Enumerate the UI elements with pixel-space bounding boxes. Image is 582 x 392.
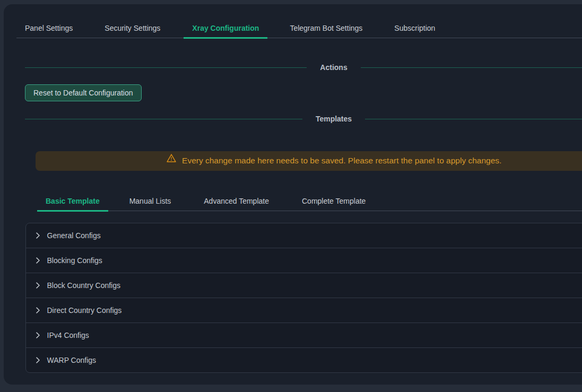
tab-telegram-bot-settings[interactable]: Telegram Bot Settings <box>281 17 371 38</box>
chevron-right-icon <box>36 232 40 239</box>
templates-divider: Templates <box>25 113 582 125</box>
collapse-item-blocking-configs: Blocking Configs <box>26 248 582 273</box>
restart-warning-text: Every change made here needs to be saved… <box>182 156 501 165</box>
chevron-right-icon <box>36 257 40 264</box>
reset-to-default-button[interactable]: Reset to Default Configuration <box>25 84 142 101</box>
collapse-header-blocking-configs[interactable]: Blocking Configs <box>26 248 582 273</box>
collapse-item-block-country-configs: Block Country Configs <box>26 273 582 298</box>
template-tab-advanced-template[interactable]: Advanced Template <box>195 190 277 211</box>
template-tab-complete-template[interactable]: Complete Template <box>293 190 374 211</box>
collapse-header-direct-country-configs[interactable]: Direct Country Configs <box>26 298 582 323</box>
collapse-label: General Configs <box>47 231 101 240</box>
actions-divider-label: Actions <box>307 63 360 72</box>
restart-warning-alert: Every change made here needs to be saved… <box>36 151 582 171</box>
tab-panel-settings[interactable]: Panel Settings <box>16 17 81 38</box>
collapse-item-general-configs: General Configs <box>26 223 582 248</box>
collapse-label: Blocking Configs <box>47 256 102 265</box>
chevron-right-icon <box>36 357 40 363</box>
tab-security-settings[interactable]: Security Settings <box>96 17 169 38</box>
collapse-header-ipv4-configs[interactable]: IPv4 Configs <box>26 323 582 347</box>
collapse-item-direct-country-configs: Direct Country Configs <box>26 298 582 323</box>
settings-tabs: Panel SettingsSecurity SettingsXray Conf… <box>16 17 582 38</box>
template-tabs: Basic TemplateManual ListsAdvanced Templ… <box>37 190 582 211</box>
template-tab-basic-template[interactable]: Basic Template <box>37 190 108 211</box>
collapse-label: Block Country Configs <box>47 281 121 290</box>
collapse-label: Direct Country Configs <box>47 306 122 315</box>
tab-xray-configuration[interactable]: Xray Configuration <box>184 17 267 38</box>
chevron-right-icon <box>36 332 40 338</box>
collapse-header-block-country-configs[interactable]: Block Country Configs <box>26 273 582 298</box>
collapse-item-ipv4-configs: IPv4 Configs <box>26 323 582 348</box>
tab-subscription[interactable]: Subscription <box>386 17 444 38</box>
templates-divider-label: Templates <box>302 115 365 123</box>
warning-triangle-icon <box>166 153 177 163</box>
settings-card: Panel SettingsSecurity SettingsXray Conf… <box>4 4 582 385</box>
template-tab-manual-lists[interactable]: Manual Lists <box>121 190 180 211</box>
chevron-right-icon <box>36 307 40 313</box>
actions-divider: Actions <box>25 62 582 73</box>
xray-configuration-pane: Actions Reset to Default Configuration T… <box>16 62 582 373</box>
collapse-header-general-configs[interactable]: General Configs <box>26 223 582 248</box>
collapse-label: IPv4 Configs <box>47 331 89 339</box>
configs-collapse: General ConfigsBlocking ConfigsBlock Cou… <box>25 223 582 373</box>
collapse-label: WARP Configs <box>47 356 97 364</box>
collapse-header-warp-configs[interactable]: WARP Configs <box>26 348 582 372</box>
collapse-item-warp-configs: WARP Configs <box>26 348 582 372</box>
chevron-right-icon <box>36 282 40 289</box>
